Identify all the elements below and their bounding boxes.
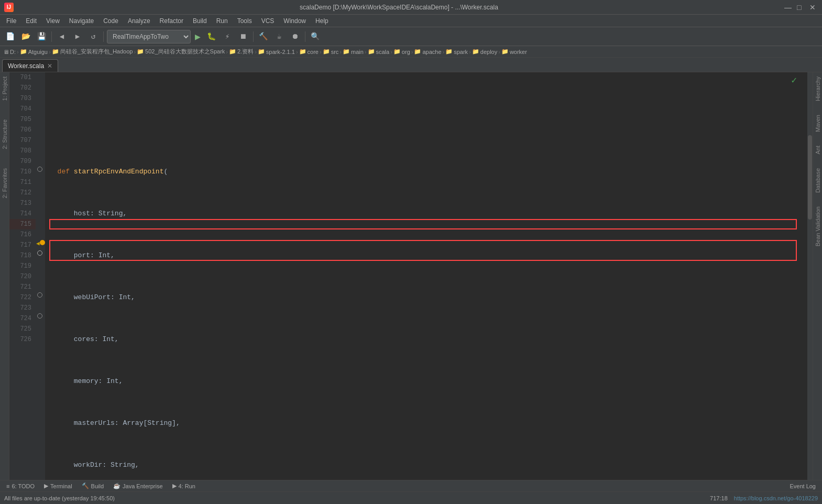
code-line-708: workDir: String, (45, 460, 807, 470)
line-num-702: 702 (9, 83, 36, 93)
bean-validation-panel-tab[interactable]: Bean Validation (814, 202, 822, 250)
maximize-button[interactable]: □ (797, 3, 805, 12)
todo-tab[interactable]: ≡ 6: TODO (2, 482, 39, 490)
run-icon: ▶ (172, 483, 177, 489)
build-tab[interactable]: 🔨 Build (78, 481, 108, 490)
structure-panel-tab[interactable]: 2: Structure (1, 115, 9, 154)
breadcrumb-materials[interactable]: 📁 2.资料 (229, 48, 254, 56)
java-enterprise-tab[interactable]: ☕ Java Enterprise (109, 481, 167, 490)
cursor-position: 717:18 (710, 495, 728, 501)
event-log-label: Event Log (790, 483, 816, 489)
menu-code[interactable]: Code (99, 16, 123, 26)
new-file-button[interactable]: 📄 (3, 30, 17, 43)
title-bar-left: IJ (4, 3, 14, 12)
line-num-708: 708 (9, 146, 36, 156)
build-label: Build (91, 483, 104, 489)
run-tab[interactable]: ▶ 4: Run (168, 481, 200, 490)
app-logo: IJ (4, 3, 14, 12)
todo-label: 6: TODO (12, 483, 35, 489)
code-editor[interactable]: 701 702 703 704 705 706 707 708 709 710 … (9, 72, 813, 492)
hierarchy-panel-tab[interactable]: Hierarchy (814, 72, 822, 105)
search-button[interactable]: 🔍 (309, 30, 322, 43)
menu-window[interactable]: Window (279, 16, 310, 26)
breadcrumb-core[interactable]: 📁 core (299, 48, 319, 55)
breadcrumb-apache[interactable]: 📁 apache (414, 48, 441, 55)
maven-panel-tab[interactable]: Maven (814, 111, 822, 136)
terminal-icon: ▶ (44, 483, 48, 489)
gutter: ◀ (36, 72, 45, 492)
line-num-721: 721 (9, 282, 36, 292)
bottom-panel-bar: ≡ 6: TODO ▶ Terminal 🔨 Build ☕ Java Ente… (0, 480, 822, 491)
breadcrumb-src[interactable]: 📁 src (323, 48, 339, 55)
line-num-715: 715 (9, 219, 36, 229)
code-line-706: memory: Int, (45, 376, 807, 387)
record-button[interactable]: ⏺ (288, 30, 302, 43)
breadcrumb-org[interactable]: 📁 org (393, 48, 410, 55)
stop-button[interactable]: ⏹ (236, 30, 250, 43)
back-button[interactable]: ◀ (55, 30, 69, 43)
menu-run[interactable]: Run (212, 16, 232, 26)
project-panel-tab[interactable]: 1: Project (1, 72, 9, 105)
line-num-701: 701 (9, 72, 36, 83)
breadcrumb-spark2[interactable]: 📁 spark (445, 48, 468, 55)
menu-navigate[interactable]: Navigate (65, 16, 98, 26)
breadcrumb-atguigu[interactable]: 📁 Atguigu (20, 48, 48, 55)
scroll-thumb[interactable] (808, 135, 812, 219)
open-button[interactable]: 📂 (19, 30, 32, 43)
menu-view[interactable]: View (42, 16, 64, 26)
tab-close-button[interactable]: ✕ (47, 62, 52, 70)
line-num-718: 718 (9, 250, 36, 261)
status-message: All files are up-to-date (yesterday 19:4… (4, 495, 115, 501)
code-line-701: def startRpcEnvAndEndpoint( (45, 167, 807, 177)
tab-worker-scala[interactable]: Worker.scala ✕ (2, 59, 58, 72)
menu-file[interactable]: File (2, 16, 20, 26)
java-enterprise-label: Java Enterprise (123, 483, 162, 489)
favorites-panel-tab[interactable]: 2: Favorites (1, 164, 9, 202)
debug-button[interactable]: 🐛 (205, 30, 218, 43)
database-panel-tab[interactable]: Database (814, 164, 822, 197)
toolbar-separator-4 (305, 31, 305, 42)
event-log-tab[interactable]: Event Log (785, 482, 820, 490)
ant-panel-tab[interactable]: Ant (814, 141, 822, 159)
breadcrumb-d[interactable]: 🖥 D: (3, 49, 16, 55)
breadcrumb-spark[interactable]: 📁 502_尚硅谷大数据技术之Spark (137, 48, 225, 56)
run-config-select[interactable]: RealTimeAppToTwo (107, 30, 191, 43)
menu-analyze[interactable]: Analyze (124, 16, 155, 26)
breadcrumb-spark-version[interactable]: 📁 spark-2.1.1 (258, 48, 295, 55)
terminal-label: Terminal (50, 483, 72, 489)
breadcrumb-scala[interactable]: 📁 scala (368, 48, 390, 55)
breadcrumb-hadoop[interactable]: 📁 尚硅谷_安装程序包_Hadoop (52, 48, 133, 56)
sdk-button[interactable]: ☕ (272, 30, 286, 43)
status-url[interactable]: https://blog.csdn.net/go-4018229 (734, 495, 818, 501)
line-num-705: 705 (9, 114, 36, 125)
build-project-button[interactable]: 🔨 (257, 30, 270, 43)
line-numbers: 701 702 703 704 705 706 707 708 709 710 … (9, 72, 36, 492)
save-button[interactable]: 💾 (35, 30, 48, 43)
line-num-706: 706 (9, 125, 36, 135)
java-enterprise-icon: ☕ (113, 483, 120, 489)
toolbar-separator-3 (253, 31, 254, 42)
menu-edit[interactable]: Edit (21, 16, 41, 26)
scroll-track[interactable] (807, 72, 813, 492)
breadcrumb-deploy[interactable]: 📁 deploy (472, 48, 497, 55)
breadcrumb-worker[interactable]: 📁 worker (501, 48, 527, 55)
menu-vcs[interactable]: VCS (257, 16, 279, 26)
run-label: 4: Run (179, 483, 195, 489)
menu-refactor[interactable]: Refactor (156, 16, 188, 26)
line-num-719: 719 (9, 261, 36, 271)
menu-help[interactable]: Help (311, 16, 333, 26)
run-button[interactable]: ▶ (193, 31, 203, 42)
close-button[interactable]: ✕ (809, 3, 818, 12)
menu-build[interactable]: Build (189, 16, 211, 26)
revert-button[interactable]: ↺ (86, 30, 100, 43)
line-num-712: 712 (9, 188, 36, 198)
line-num-717: 717 (9, 240, 36, 250)
menu-tools[interactable]: Tools (233, 16, 256, 26)
forward-button[interactable]: ▶ (71, 30, 84, 43)
minimize-button[interactable]: — (784, 3, 793, 12)
terminal-tab[interactable]: ▶ Terminal (40, 481, 76, 490)
breadcrumb-main[interactable]: 📁 main (343, 48, 364, 55)
code-text[interactable]: def startRpcEnvAndEndpoint( host: String… (45, 72, 807, 492)
run-with-coverage-button[interactable]: ⚡ (221, 30, 234, 43)
title-bar: IJ scalaDemo [D:\MyWork\WorkSpaceIDEA\sc… (0, 0, 822, 15)
